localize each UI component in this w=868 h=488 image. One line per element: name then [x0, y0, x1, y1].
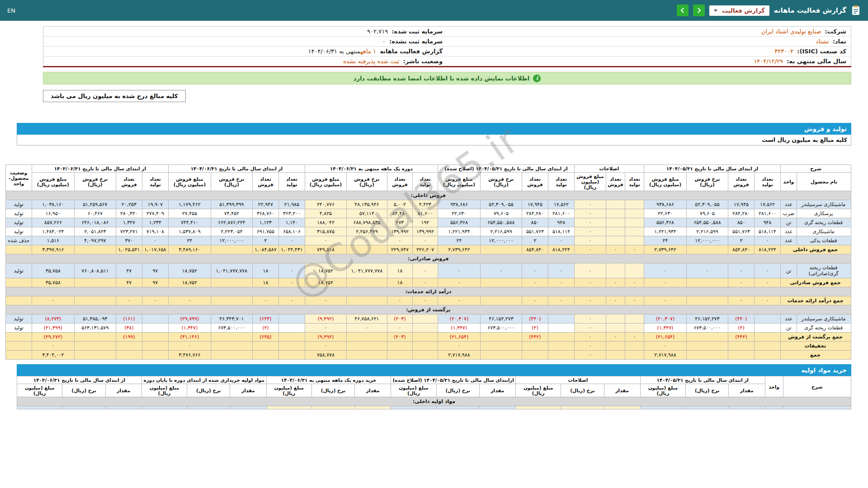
value-cell: ۸۵۴,۸۴۰	[728, 245, 755, 254]
group-header: ازابتدای سال مالی تا تاریخ ۱۴۰۴/۰۵/۳۱ (ا…	[391, 376, 516, 384]
table-row: جمع فروش داخلی۸۱۸,۲۲۴۸۵۴,۸۴۰۲,۷۳۹,۶۴۲۰۰۰…	[5, 245, 851, 254]
value-cell: ۶۷۳,۵۰۰,۰۰۰	[687, 324, 728, 333]
table-row: ماشینکاریعدد۵۱۸,۱۱۴۵۵۱,۷۶۳۲,۲۱۶,۵۹۹۱,۲۲۱…	[5, 227, 851, 236]
value-cell: ۵۵۱,۷۶۳	[728, 227, 755, 236]
value-cell: ۲,۰۵۱,۸۲۳	[74, 227, 116, 236]
corner-header: واحد	[765, 376, 783, 397]
column-header: نرخ (ریال)	[62, 384, 105, 397]
value-cell	[606, 314, 625, 324]
value-cell: ۱۳۹,۹۹۲	[412, 227, 438, 236]
value-cell	[142, 314, 168, 324]
value-cell: (۳۸)	[116, 324, 142, 333]
value-cell	[278, 342, 305, 351]
status-cell	[5, 351, 32, 360]
value-cell: ۰	[755, 278, 781, 287]
group-header: مواد اولیه خریداری شده از ابتدای دوره تا…	[142, 376, 266, 384]
column-header: مبلغ فروش (میلیون ریال)	[305, 173, 346, 191]
value-cell	[729, 406, 765, 409]
value-cell	[687, 296, 728, 305]
value-cell: ۲۸۱,۶۰۰	[755, 209, 781, 218]
unit-cell: تن	[781, 263, 797, 278]
signed-data-notice: i اطلاعات نمایش داده شده با اطلاعات امضا…	[43, 72, 851, 84]
value-cell	[606, 209, 625, 218]
value-cell: ۱,۴۸۴,۰۲۴	[32, 227, 74, 236]
status-cell	[5, 296, 32, 305]
value-cell: ۲۲,۶۳۰	[438, 209, 480, 218]
value-cell: ۰	[728, 263, 755, 278]
value-cell	[346, 333, 387, 342]
value-cell	[74, 351, 116, 360]
value-cell	[480, 278, 522, 287]
value-cell	[142, 406, 187, 409]
value-cell: ۷۴۹,۵۱۸	[305, 245, 346, 254]
value-cell	[105, 406, 142, 409]
value-cell: ۱,۰۲۵,۵۴۱	[116, 245, 142, 254]
production-subtitle: کلیه مبالغ به میلیون ریال است	[17, 135, 851, 145]
value-cell	[522, 351, 548, 360]
column-header: تعداد تولید	[755, 173, 781, 191]
value-cell: (۱۹۹)	[116, 333, 142, 342]
language-toggle[interactable]: EN	[7, 7, 15, 14]
value-cell	[412, 314, 438, 324]
column-header: مبلغ فروش (میلیون ریال)	[438, 173, 480, 191]
company-info-table: شرکت: صنایع تولیدی اشتاد ایرانسرمایه ثبت…	[43, 26, 851, 67]
value-cell: ۲۱,۹۸۵	[278, 200, 305, 209]
value-cell: ۱۸	[387, 263, 412, 278]
table-row: قطعات ریخته گری(صادراتی)تن۰۰۰۰۰۰۰۰۰۰۱۸۱,…	[5, 263, 851, 278]
column-header: مقدار	[230, 384, 266, 397]
value-cell: ۳,۴۸۹,۱۶۰	[168, 245, 211, 254]
value-cell	[391, 406, 436, 409]
value-cell: ۰	[346, 236, 387, 245]
value-cell: ۰	[480, 263, 522, 278]
column-header: تعداد تولید	[278, 173, 305, 191]
value-cell: ۵۱,۲۵۹,۵۶۷	[74, 200, 116, 209]
value-cell: ۵۶۳,۱۳۱,۵۷۹	[74, 324, 116, 333]
value-cell: ۰	[606, 245, 625, 254]
value-cell: ۰	[574, 218, 606, 227]
column-header: مبلغ (میلیون ریال)	[516, 384, 561, 397]
report-body: تولید و فروش کلیه مبالغ به میلیون ریال ا…	[17, 123, 851, 409]
value-cell: ۰	[305, 236, 346, 245]
section-row-label: برگشت از فروش:	[5, 305, 851, 314]
value-cell	[211, 342, 252, 351]
corner-sub-header: واحد	[781, 173, 797, 191]
value-cell: ۰	[412, 296, 438, 305]
value-cell	[74, 333, 116, 342]
value-cell: ۰	[168, 296, 211, 305]
info-cell: کد صنعت (ISIC): ۳۴۳۰۰۴	[447, 47, 851, 56]
status-cell	[5, 333, 32, 342]
column-header: تعداد تولید	[625, 173, 644, 191]
value-cell: ۲۴	[438, 236, 480, 245]
value-cell: ۰	[574, 209, 606, 218]
value-cell	[355, 406, 391, 409]
value-cell: ۰	[606, 296, 625, 305]
report-type-select[interactable]: گزارش فعالیت	[709, 5, 769, 16]
value-cell: ۰	[574, 245, 606, 254]
value-cell: ۲۷۷,۴۰۹	[142, 209, 168, 218]
status-column-header: وضعیت محصول-واحد	[5, 165, 32, 191]
column-header: نرخ (ریال)	[311, 384, 354, 397]
value-cell: ۰	[644, 342, 686, 351]
info-label: نماد:	[833, 38, 846, 45]
value-cell	[625, 351, 644, 360]
value-cell: (۱,۳۴۷)	[168, 324, 211, 333]
value-cell: ۵۷,۱۱۴	[346, 209, 387, 218]
group-header: از ابتدای سال مالی تا تاریخ ۱۴۰۴/۰۶/۳۱	[168, 165, 305, 173]
value-cell: (۴۴۰)	[728, 314, 755, 324]
value-cell: ۷۵۸,۷۷۸	[305, 351, 346, 360]
value-cell: ۴۶,۳۴۳,۷۰۱	[211, 314, 252, 324]
column-header: مقدار	[355, 384, 391, 397]
prev-report-button[interactable]	[677, 5, 689, 16]
value-cell: ۳۵,۷۵۸	[32, 263, 74, 278]
column-header: تعداد فروش	[728, 173, 755, 191]
info-icon: i	[533, 75, 541, 82]
value-cell: ۰	[522, 278, 548, 287]
value-cell	[604, 406, 640, 409]
next-report-button[interactable]	[693, 5, 705, 16]
value-cell	[436, 406, 479, 409]
value-cell	[625, 209, 644, 218]
value-cell	[606, 324, 625, 333]
value-cell	[346, 351, 387, 360]
product-name-cell: ماشینکاری سرسیلندر	[797, 200, 851, 209]
value-cell: ۰	[142, 296, 168, 305]
